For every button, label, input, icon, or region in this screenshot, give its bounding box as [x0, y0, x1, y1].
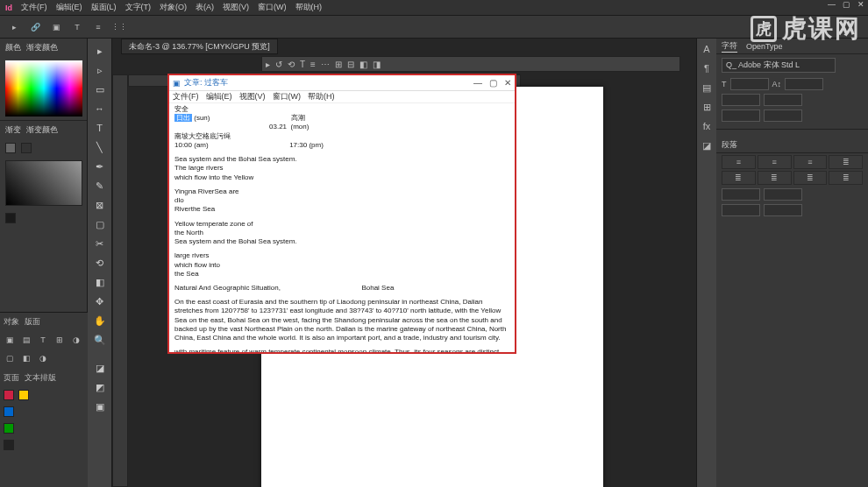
tab-layout[interactable]: 版面	[25, 316, 40, 328]
bl-icon-8[interactable]: ◑	[37, 352, 49, 364]
tab-gradient[interactable]: 渐变	[5, 124, 21, 136]
bl-icon-2[interactable]: ▤	[20, 334, 32, 346]
menu-window[interactable]: 窗口(W)	[258, 2, 287, 13]
sw-2[interactable]	[18, 390, 29, 400]
indent-right-field[interactable]	[764, 188, 802, 201]
menu-view[interactable]: 视图(V)	[223, 2, 249, 13]
align-icon[interactable]: ≡	[91, 20, 105, 34]
sub-icon2[interactable]: ↺	[275, 60, 282, 69]
align-justify[interactable]: ≣	[829, 155, 863, 169]
fill-stroke-swap[interactable]: ◪	[90, 359, 110, 377]
sub-icon9[interactable]: ◧	[359, 60, 367, 69]
story-body[interactable]: 安全 日出 (sun) 高潮 03.21 (mon) 南坡大空格底污绳 10:0…	[169, 103, 515, 352]
pen-tool[interactable]: ✒	[90, 158, 110, 175]
type-tool[interactable]: T	[90, 119, 110, 137]
story-menu-help[interactable]: 帮助(H)	[308, 91, 335, 102]
sw-5[interactable]	[4, 440, 14, 450]
selection-icon[interactable]: ▸	[7, 20, 21, 34]
tab-gradient2[interactable]: 渐变颜色	[26, 124, 58, 136]
tab-obj[interactable]: 对象	[4, 316, 19, 328]
page-tool[interactable]: ▭	[90, 81, 110, 98]
transform-tool[interactable]: ⟲	[90, 254, 110, 272]
bl-icon-7[interactable]: ◧	[20, 352, 32, 364]
menu-file[interactable]: 文件(F)	[21, 2, 47, 13]
swatch-fill[interactable]	[5, 143, 16, 153]
align-jc[interactable]: ≣	[758, 171, 792, 185]
bl-icon-6[interactable]: ▢	[4, 352, 16, 364]
track-field[interactable]	[764, 94, 802, 106]
indent-left-field[interactable]	[722, 188, 760, 201]
swatch-stroke[interactable]	[21, 143, 32, 153]
story-titlebar[interactable]: ▣ 文章: 过客车 — ▢ ✕	[169, 75, 515, 91]
tab-color[interactable]: 颜色	[5, 42, 21, 53]
sub-icon[interactable]: ▸	[266, 60, 270, 69]
menu-type[interactable]: 文字(T)	[125, 2, 152, 13]
tab-gradient-color[interactable]: 渐变颜色	[26, 42, 58, 53]
panel-icon-4[interactable]: ⊞	[700, 100, 714, 114]
selection-tool[interactable]: ▸	[90, 42, 110, 60]
distribute-icon[interactable]: ⋮⋮	[112, 20, 126, 34]
tab-character[interactable]: 字符	[722, 40, 737, 53]
story-menu-file[interactable]: 文件(F)	[173, 91, 199, 102]
panel-icon-5[interactable]: fx	[700, 119, 714, 133]
align-left[interactable]: ≡	[722, 155, 756, 169]
story-menu-edit[interactable]: 编辑(E)	[206, 91, 232, 102]
sw-4[interactable]	[4, 423, 14, 434]
space-after-field[interactable]	[764, 204, 802, 216]
rect-frame-tool[interactable]: ⊠	[90, 196, 110, 214]
story-max-icon[interactable]: ▢	[489, 78, 497, 88]
tab-paragraph[interactable]: 段落	[722, 139, 737, 151]
vscale-field[interactable]	[722, 109, 760, 122]
fontsize-field[interactable]	[730, 78, 769, 90]
hand-tool[interactable]: ✋	[90, 312, 110, 329]
gradient-stop[interactable]	[5, 213, 16, 223]
sub-icon8[interactable]: ⊟	[347, 60, 354, 69]
font-family-select[interactable]: Q_ Adobe 宋体 Std L	[722, 58, 836, 73]
gap-tool[interactable]: ↔	[90, 100, 110, 117]
align-jl[interactable]: ≣	[722, 171, 756, 185]
bl-icon-4[interactable]: ⊞	[53, 334, 66, 346]
gradient-tool[interactable]: ◧	[90, 273, 110, 291]
sw-3[interactable]	[4, 406, 14, 417]
minimize-icon[interactable]: —	[828, 0, 836, 9]
scissors-tool[interactable]: ✂	[90, 235, 110, 252]
story-close-icon[interactable]: ✕	[504, 78, 511, 88]
text-icon[interactable]: T	[70, 20, 84, 34]
story-min-icon[interactable]: —	[473, 78, 482, 88]
document-tab[interactable]: 未命名-3 @ 136.77% [CMYK/GPU 预览]	[121, 39, 278, 54]
panel-icon-3[interactable]: ▤	[700, 81, 714, 95]
eyedropper-tool[interactable]: ✥	[90, 293, 110, 310]
menu-table[interactable]: 表(A)	[196, 2, 214, 13]
line-tool[interactable]: ╲	[90, 138, 110, 156]
close-icon[interactable]: ✕	[857, 0, 864, 9]
sw-1[interactable]	[4, 390, 14, 400]
bl-icon-5[interactable]: ◑	[70, 334, 82, 346]
tab-pages[interactable]: 页面	[4, 372, 19, 384]
panel-icon-2[interactable]: ¶	[700, 61, 714, 75]
sub-icon4[interactable]: T	[300, 60, 305, 69]
story-menu-view[interactable]: 视图(V)	[239, 91, 266, 102]
kern-field[interactable]	[722, 94, 760, 106]
maximize-icon[interactable]: ▢	[843, 0, 850, 9]
sub-icon7[interactable]: ⊞	[335, 60, 342, 69]
pencil-tool[interactable]: ✎	[90, 177, 110, 194]
direct-select-tool[interactable]: ▹	[90, 61, 110, 79]
align-right[interactable]: ≡	[793, 155, 828, 169]
sub-icon3[interactable]: ⟲	[288, 60, 295, 69]
sub-icon5[interactable]: ≡	[310, 60, 316, 69]
menu-help[interactable]: 帮助(H)	[295, 2, 323, 13]
align-center[interactable]: ≡	[758, 155, 792, 169]
align-full[interactable]: ≣	[829, 171, 863, 185]
sub-icon10[interactable]: ◨	[373, 60, 381, 69]
menu-layout[interactable]: 版面(L)	[91, 2, 117, 13]
bl-icon-1[interactable]: ▣	[4, 334, 16, 346]
panel-icon-6[interactable]: ◪	[700, 138, 714, 152]
tab-textwrap[interactable]: 文本排版	[25, 372, 56, 384]
zoom-tool[interactable]: 🔍	[90, 331, 110, 349]
page-icon[interactable]: ▣	[49, 20, 63, 34]
rect-tool[interactable]: ▢	[90, 215, 110, 233]
default-fill[interactable]: ◩	[90, 378, 110, 396]
color-spectrum[interactable]	[5, 60, 82, 116]
space-before-field[interactable]	[722, 204, 760, 216]
gradient-preview[interactable]	[5, 160, 82, 206]
